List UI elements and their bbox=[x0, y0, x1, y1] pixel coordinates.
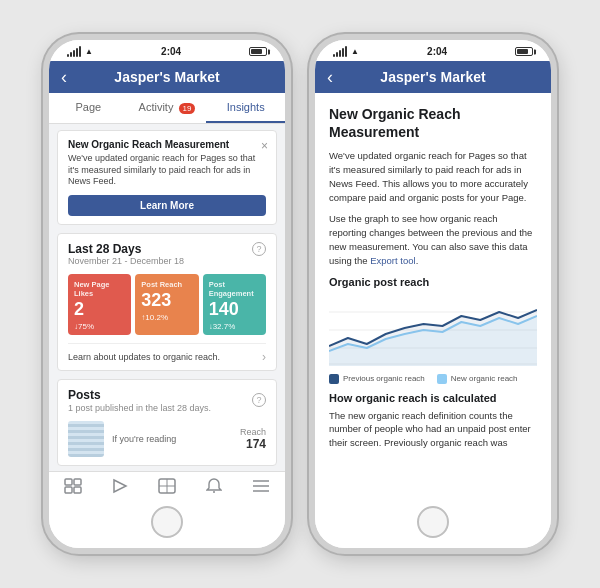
stat-change-engagement: ↓32.7% bbox=[209, 322, 260, 331]
notif-title: New Organic Reach Measurement bbox=[68, 139, 266, 150]
page-title-left: Jasper's Market bbox=[114, 69, 219, 85]
wifi-icon-right: ▲ bbox=[351, 47, 359, 56]
home-button-right[interactable] bbox=[417, 506, 449, 538]
tabs-left: Page Activity 19 Insights bbox=[49, 93, 285, 124]
battery-icon-right bbox=[515, 47, 533, 56]
status-bar-right: ▲ 2:04 bbox=[315, 40, 551, 61]
notification-banner: New Organic Reach Measurement We've upda… bbox=[57, 130, 277, 225]
tab-insights[interactable]: Insights bbox=[206, 93, 285, 123]
svg-rect-0 bbox=[65, 479, 72, 485]
status-bar-left: ▲ 2:04 bbox=[49, 40, 285, 61]
signal-icon bbox=[67, 46, 81, 57]
svg-rect-3 bbox=[74, 487, 81, 493]
detail-bottom-para: The new organic reach definition counts … bbox=[329, 409, 537, 450]
legend-dot-new bbox=[437, 374, 447, 384]
post-thumbnail bbox=[68, 421, 104, 457]
stats-subtitle: November 21 - December 18 bbox=[68, 256, 184, 266]
stat-value-reach: 323 bbox=[141, 291, 192, 311]
activity-badge: 19 bbox=[179, 103, 196, 114]
pages-icon bbox=[64, 478, 82, 494]
stats-section: Last 28 Days November 21 - December 18 ?… bbox=[57, 233, 277, 371]
signal-wifi-right: ▲ bbox=[333, 46, 359, 57]
time-left: 2:04 bbox=[161, 46, 181, 57]
phone-home-bar-right bbox=[315, 498, 551, 548]
stat-change-likes: ↓75% bbox=[74, 322, 125, 331]
post-item[interactable]: If you're reading Reach 174 bbox=[68, 421, 266, 457]
tab-activity[interactable]: Activity 19 bbox=[128, 93, 207, 123]
battery-left bbox=[249, 47, 267, 56]
phones-container: ▲ 2:04 ‹ Jasper's Market Page Activity 1… bbox=[33, 24, 567, 564]
export-link[interactable]: Export tool bbox=[370, 255, 415, 266]
chart-title: Organic post reach bbox=[329, 276, 537, 288]
nav-video[interactable] bbox=[96, 478, 143, 494]
stat-value-engagement: 140 bbox=[209, 300, 260, 320]
svg-rect-1 bbox=[74, 479, 81, 485]
nav-notifications[interactable] bbox=[191, 478, 238, 494]
svg-marker-4 bbox=[114, 480, 126, 492]
legend-dot-previous bbox=[329, 374, 339, 384]
post-preview-text: If you're reading bbox=[112, 434, 232, 444]
legend-label-new: New organic reach bbox=[451, 374, 518, 383]
stat-change-reach: ↑10.2% bbox=[141, 313, 192, 322]
learn-more-button[interactable]: Learn More bbox=[68, 195, 266, 216]
posts-subtitle: 1 post published in the last 28 days. bbox=[68, 403, 211, 413]
legend-previous: Previous organic reach bbox=[329, 374, 425, 384]
posts-title: Posts bbox=[68, 388, 211, 402]
page-title-right: Jasper's Market bbox=[380, 69, 485, 85]
organic-reach-text: Learn about updates to organic reach. bbox=[68, 352, 220, 362]
bottom-nav-left bbox=[49, 471, 285, 498]
back-button-right[interactable]: ‹ bbox=[327, 67, 333, 88]
phone-left: ▲ 2:04 ‹ Jasper's Market Page Activity 1… bbox=[43, 34, 291, 554]
svg-rect-2 bbox=[65, 487, 72, 493]
nav-menu[interactable] bbox=[238, 478, 285, 494]
back-button-left[interactable]: ‹ bbox=[61, 67, 67, 88]
video-icon bbox=[111, 478, 129, 494]
stat-label-engagement: Post Engagement bbox=[209, 280, 260, 298]
detail-bottom-title: How organic reach is calculated bbox=[329, 392, 537, 404]
close-icon[interactable]: × bbox=[261, 139, 268, 153]
chart-legend: Previous organic reach New organic reach bbox=[329, 374, 537, 384]
battery-right bbox=[515, 47, 533, 56]
bell-icon bbox=[206, 478, 222, 494]
stat-card-engagement: Post Engagement 140 ↓32.7% bbox=[203, 274, 266, 335]
chart-svg bbox=[329, 294, 537, 366]
phone-right: ▲ 2:04 ‹ Jasper's Market New Organic Rea… bbox=[309, 34, 557, 554]
detail-para2: Use the graph to see how organic reach r… bbox=[329, 212, 537, 267]
detail-title: New Organic Reach Measurement bbox=[329, 105, 537, 141]
time-right: 2:04 bbox=[427, 46, 447, 57]
fb-header-left: ‹ Jasper's Market bbox=[49, 61, 285, 93]
stats-title: Last 28 Days bbox=[68, 242, 184, 256]
stat-card-reach: Post Reach 323 ↑10.2% bbox=[135, 274, 198, 335]
wifi-icon: ▲ bbox=[85, 47, 93, 56]
signal-icon-right bbox=[333, 46, 347, 57]
legend-new: New organic reach bbox=[437, 374, 518, 384]
detail-para1: We've updated organic reach for Pages so… bbox=[329, 149, 537, 204]
menu-icon bbox=[252, 479, 270, 493]
phone-home-bar-left bbox=[49, 498, 285, 548]
notif-text: We've updated organic reach for Pages so… bbox=[68, 153, 266, 188]
home-button-left[interactable] bbox=[151, 506, 183, 538]
organic-reach-chart bbox=[329, 294, 537, 366]
stat-card-likes: New Page Likes 2 ↓75% bbox=[68, 274, 131, 335]
nav-grid[interactable] bbox=[143, 478, 190, 494]
grid-icon bbox=[158, 478, 176, 494]
nav-pages[interactable] bbox=[49, 478, 96, 494]
legend-label-previous: Previous organic reach bbox=[343, 374, 425, 383]
posts-section: Posts 1 post published in the last 28 da… bbox=[57, 379, 277, 466]
post-reach: Reach 174 bbox=[240, 427, 266, 451]
stats-header: Last 28 Days November 21 - December 18 ? bbox=[68, 242, 266, 266]
tab-page[interactable]: Page bbox=[49, 93, 128, 123]
posts-help-icon[interactable]: ? bbox=[252, 393, 266, 407]
help-icon[interactable]: ? bbox=[252, 242, 266, 256]
stat-label-reach: Post Reach bbox=[141, 280, 192, 289]
organic-reach-link[interactable]: Learn about updates to organic reach. › bbox=[68, 343, 266, 364]
signal-wifi: ▲ bbox=[67, 46, 93, 57]
reach-value: 174 bbox=[240, 437, 266, 451]
stat-label-likes: New Page Likes bbox=[74, 280, 125, 298]
reach-label: Reach bbox=[240, 427, 266, 437]
phone-left-content: New Organic Reach Measurement We've upda… bbox=[49, 124, 285, 471]
fb-header-right: ‹ Jasper's Market bbox=[315, 61, 551, 93]
arrow-right-icon: › bbox=[262, 350, 266, 364]
posts-header: Posts 1 post published in the last 28 da… bbox=[68, 388, 266, 413]
stats-cards: New Page Likes 2 ↓75% Post Reach 323 ↑10… bbox=[68, 274, 266, 335]
